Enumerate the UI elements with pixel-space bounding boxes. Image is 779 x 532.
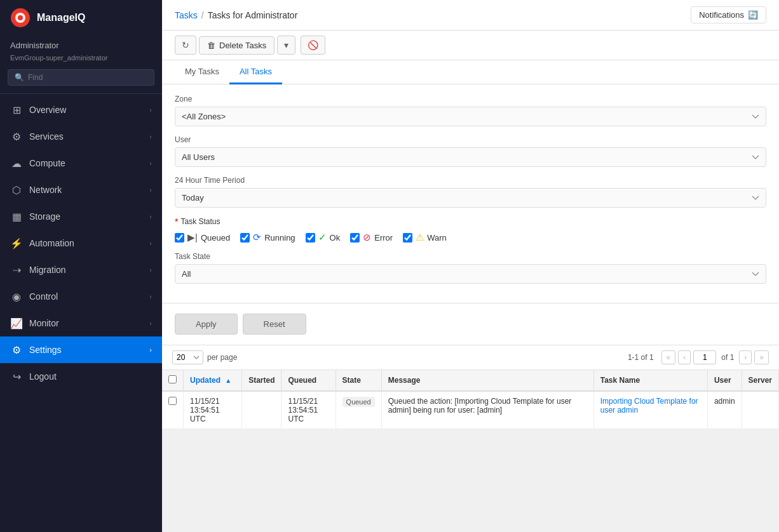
filter-panel: Zone <All Zones> User All Users 24 Hour … <box>162 84 779 303</box>
sidebar-item-label: Overview <box>29 105 66 115</box>
sidebar-item-control[interactable]: ◉ Control › <box>0 283 162 310</box>
next-page-button[interactable]: › <box>739 350 752 364</box>
user-label: User <box>175 135 766 144</box>
last-page-button[interactable]: » <box>754 350 769 364</box>
ok-checkbox-item[interactable]: ✓ Ok <box>306 232 341 243</box>
sidebar-item-migration[interactable]: ⇢ Migration › <box>0 256 162 283</box>
row-message: Queued the action: [Importing Cloud Temp… <box>381 391 593 429</box>
warn-checkbox[interactable] <box>403 233 412 243</box>
breadcrumb-tasks-link[interactable]: Tasks <box>175 10 198 20</box>
sidebar-item-label: Network <box>29 185 62 195</box>
control-icon: ◉ <box>10 290 23 303</box>
chevron-right-icon: › <box>149 159 152 167</box>
per-page-control: 20 50 100 per page <box>172 350 237 364</box>
apply-button[interactable]: Apply <box>175 314 238 335</box>
required-star: * <box>175 216 178 227</box>
settings-icon: ⚙ <box>10 343 23 356</box>
toolbar: ↻ 🗑 Delete Tasks ▾ 🚫 <box>162 30 779 60</box>
compute-icon: ☁ <box>10 157 23 170</box>
row-task-name: Importing Cloud Template for user admin <box>593 391 707 429</box>
time-period-filter-group: 24 Hour Time Period TodayLast 24 HoursLa… <box>175 176 766 208</box>
row-server <box>742 391 778 429</box>
sidebar-logo: ManageIQ <box>0 0 162 36</box>
breadcrumb-separator: / <box>201 10 204 20</box>
sidebar-item-monitor[interactable]: 📈 Monitor › <box>0 310 162 336</box>
header-message: Message <box>381 370 593 391</box>
table-header: Updated ▲ Started Queued State <box>162 370 779 391</box>
storage-icon: ▦ <box>10 210 23 223</box>
sidebar-item-label: Control <box>29 291 58 302</box>
chevron-right-icon: › <box>149 266 152 274</box>
zone-select[interactable]: <All Zones> <box>175 107 766 126</box>
sidebar-item-compute[interactable]: ☁ Compute › <box>0 150 162 176</box>
breadcrumb-current: Tasks for Administrator <box>208 10 298 20</box>
ok-label: Ok <box>330 233 341 243</box>
refresh-button[interactable]: ↻ <box>175 36 196 55</box>
search-input[interactable] <box>28 73 147 82</box>
first-page-button[interactable]: « <box>661 350 676 364</box>
sidebar-item-label: Storage <box>29 211 60 222</box>
running-checkbox-item[interactable]: ⟳ Running <box>240 232 295 243</box>
time-period-select[interactable]: TodayLast 24 HoursLast Week <box>175 188 766 208</box>
sidebar-item-label: Monitor <box>29 318 59 328</box>
prev-page-button[interactable]: ‹ <box>678 350 691 364</box>
queued-checkbox[interactable] <box>175 233 184 243</box>
chevron-right-icon: › <box>149 133 152 140</box>
sort-arrow-updated: ▲ <box>225 377 231 384</box>
sidebar-item-storage[interactable]: ▦ Storage › <box>0 203 162 230</box>
header-state: State <box>335 370 381 391</box>
table-row: 11/15/21 13:54:51 UTC 11/15/21 13:54:51 … <box>162 391 779 429</box>
reset-button[interactable]: Reset <box>243 314 306 335</box>
notifications-button[interactable]: Notifications 🔄 <box>691 6 766 23</box>
error-checkbox[interactable] <box>350 233 360 243</box>
header-updated[interactable]: Updated ▲ <box>184 370 242 391</box>
search-icon: 🔍 <box>15 73 24 82</box>
user-select[interactable]: All Users <box>175 147 766 167</box>
services-icon: ⚙ <box>10 130 23 143</box>
tab-my-tasks[interactable]: My Tasks <box>175 60 229 84</box>
sidebar-item-automation[interactable]: ⚡ Automation › <box>0 230 162 256</box>
running-label: Running <box>264 233 295 243</box>
chevron-right-icon: › <box>149 293 152 300</box>
ok-checkbox[interactable] <box>306 233 315 243</box>
delete-dropdown-button[interactable]: ▾ <box>277 36 295 55</box>
header-server: Server <box>742 370 778 391</box>
running-checkbox[interactable] <box>240 233 250 243</box>
row-updated: 11/15/21 13:54:51 UTC <box>184 391 242 429</box>
warn-checkbox-item[interactable]: ⚠ Warn <box>403 232 447 243</box>
queued-checkbox-item[interactable]: ▶| Queued <box>175 232 230 243</box>
pagination-info: 1-1 of 1 <box>628 353 654 362</box>
task-state-select[interactable]: AllActiveFinished <box>175 264 766 284</box>
error-label: Error <box>374 233 393 243</box>
tab-all-tasks[interactable]: All Tasks <box>229 60 282 84</box>
page-number-input[interactable] <box>693 350 716 364</box>
row-user: admin <box>707 391 742 429</box>
per-page-select[interactable]: 20 50 100 <box>172 350 203 364</box>
table-controls: 20 50 100 per page 1-1 of 1 « ‹ of 1 › » <box>162 345 779 370</box>
row-started <box>242 391 281 429</box>
task-state-label: Task State <box>175 252 766 261</box>
row-checkbox[interactable] <box>168 397 177 405</box>
svg-point-2 <box>18 15 23 20</box>
breadcrumb: Tasks / Tasks for Administrator <box>175 10 297 20</box>
sidebar-item-logout[interactable]: ↪ Logout <box>0 363 162 390</box>
sidebar-item-settings[interactable]: ⚙ Settings › <box>0 336 162 363</box>
main-content: Tasks / Tasks for Administrator Notifica… <box>162 0 779 532</box>
sidebar: ManageIQ Administrator EvmGroup-super_ad… <box>0 0 162 532</box>
select-all-checkbox[interactable] <box>168 375 177 383</box>
chevron-right-icon: › <box>149 319 152 327</box>
chevron-right-icon: › <box>149 239 152 247</box>
cancel-button[interactable]: 🚫 <box>301 36 325 55</box>
running-icon: ⟳ <box>253 232 261 243</box>
row-state: Queued <box>335 391 381 429</box>
overview-icon: ⊞ <box>10 103 23 116</box>
warn-icon: ⚠ <box>416 232 424 243</box>
delete-tasks-button[interactable]: 🗑 Delete Tasks <box>199 36 274 55</box>
sidebar-item-label: Automation <box>29 238 74 248</box>
tasks-tabs: My Tasks All Tasks <box>162 60 779 84</box>
error-checkbox-item[interactable]: ⊘ Error <box>350 232 393 243</box>
status-checkboxes: ▶| Queued ⟳ Running ✓ Ok <box>175 232 766 243</box>
sidebar-item-network[interactable]: ⬡ Network › <box>0 176 162 203</box>
sidebar-item-services[interactable]: ⚙ Services › <box>0 123 162 150</box>
sidebar-item-overview[interactable]: ⊞ Overview › <box>0 96 162 123</box>
